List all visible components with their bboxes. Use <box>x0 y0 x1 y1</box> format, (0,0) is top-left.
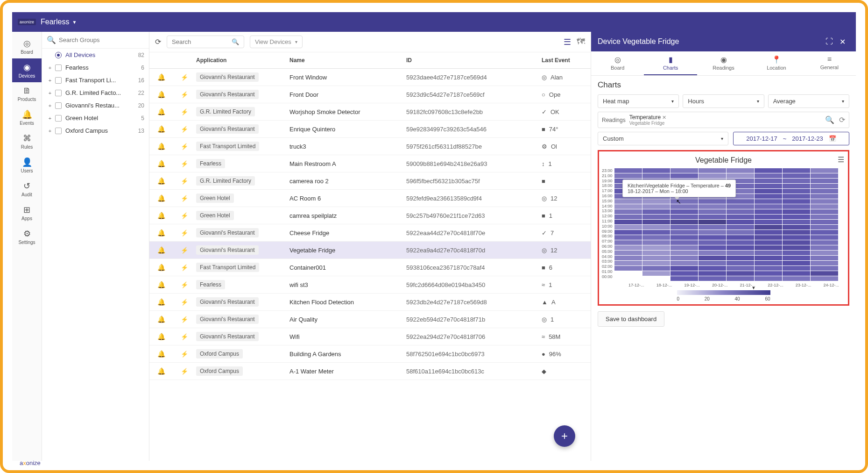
heatmap-cell[interactable] <box>670 204 698 209</box>
heatmap-cell[interactable] <box>783 230 810 235</box>
heatmap-cell[interactable] <box>727 230 754 235</box>
heatmap-cell[interactable] <box>642 215 670 219</box>
heatmap-cell[interactable] <box>699 251 726 255</box>
heatmap-cell[interactable] <box>727 225 754 229</box>
heatmap-cell[interactable] <box>783 266 810 271</box>
heatmap-cell[interactable] <box>755 215 782 219</box>
tab-charts[interactable]: ▮Charts <box>644 51 697 75</box>
table-row[interactable]: 🔔⚡Giovanni's RestaurantVegetable Fridge5… <box>149 242 591 259</box>
table-row[interactable]: 🔔⚡G.R. Limited Factorycamerea roo 2596f5… <box>149 172 591 190</box>
heatmap-cell[interactable] <box>727 251 754 255</box>
heatmap-cell[interactable] <box>727 271 754 276</box>
heatmap-cell[interactable] <box>727 199 754 204</box>
heatmap-cell[interactable] <box>811 276 838 281</box>
group-row[interactable]: +Giovanni's Restau...20 <box>42 99 149 112</box>
table-row[interactable]: 🔔⚡Giovanni's RestaurantAir Quality5922eb… <box>149 311 591 328</box>
heatmap-cell[interactable] <box>614 276 642 281</box>
heatmap-cell[interactable] <box>642 261 670 265</box>
checkbox-icon[interactable] <box>55 90 62 96</box>
heatmap-cell[interactable] <box>614 251 642 255</box>
nav-users[interactable]: 👤Users <box>12 153 42 177</box>
heatmap-cell[interactable] <box>783 251 810 255</box>
map-view-icon[interactable]: 🗺 <box>577 37 585 47</box>
heatmap-cell[interactable] <box>699 225 726 229</box>
table-row[interactable]: 🔔⚡Giovanni's RestaurantFront Door5923d9c… <box>149 86 591 103</box>
nav-devices[interactable]: ◉Devices <box>12 58 42 82</box>
heatmap-cell[interactable] <box>811 194 838 199</box>
heatmap-cell[interactable] <box>755 271 782 276</box>
nav-settings[interactable]: ⚙Settings <box>12 225 42 249</box>
table-row[interactable]: 🔔⚡Giovanni's RestaurantWifi5922ea294d27e… <box>149 328 591 345</box>
heatmap-cell[interactable] <box>614 245 642 250</box>
table-row[interactable]: 🔔⚡Green Hotelcamrea speilplatz59c257b497… <box>149 207 591 224</box>
heatmap-cell[interactable] <box>642 245 670 250</box>
heatmap-cell[interactable] <box>642 235 670 240</box>
heatmap-cell[interactable] <box>755 220 782 224</box>
heatmap-cell[interactable] <box>727 220 754 224</box>
heatmap-cell[interactable] <box>642 209 670 214</box>
heatmap-cell[interactable] <box>670 276 698 281</box>
heatmap-cell[interactable] <box>670 220 698 224</box>
heatmap-cell[interactable] <box>755 276 782 281</box>
heatmap-cell[interactable] <box>614 240 642 245</box>
table-row[interactable]: 🔔⚡Fast Transport Limitedtruck35975f261cf… <box>149 138 591 155</box>
heatmap-cell[interactable] <box>699 230 726 235</box>
heatmap-cell[interactable] <box>727 209 754 214</box>
heatmap-cell[interactable] <box>699 168 726 173</box>
heatmap-cell[interactable] <box>670 256 698 260</box>
heatmap-cell[interactable] <box>642 276 670 281</box>
table-row[interactable]: 🔔⚡G.R. Limited FactoryWorjshop Smoke Det… <box>149 103 591 121</box>
view-select[interactable]: View Devices ▾ <box>250 36 303 48</box>
heatmap-cell[interactable] <box>727 235 754 240</box>
heatmap-cell[interactable] <box>755 204 782 209</box>
heatmap-cell[interactable] <box>614 256 642 260</box>
readings-selector[interactable]: Readings Temperature ✕ Vegetable Fridge … <box>598 112 849 128</box>
checkbox-icon[interactable] <box>55 77 62 84</box>
device-search-input[interactable] <box>172 38 228 45</box>
heatmap-cell[interactable] <box>614 220 642 224</box>
heatmap-cell[interactable] <box>727 256 754 260</box>
heatmap-cell[interactable] <box>755 179 782 183</box>
table-row[interactable]: 🔔⚡Giovanni's RestaurantFront Window5923d… <box>149 69 591 86</box>
heatmap-cell[interactable] <box>783 261 810 265</box>
expand-icon[interactable]: + <box>47 78 53 83</box>
heatmap-cell[interactable] <box>755 189 782 194</box>
heatmap-cell[interactable] <box>727 261 754 265</box>
heatmap-cell[interactable] <box>699 173 726 178</box>
date-range[interactable]: 2017-12-17~2017-12-23 📅 <box>733 132 849 145</box>
chart-type-select[interactable]: Heat map▾ <box>598 94 679 108</box>
heatmap-cell[interactable] <box>670 215 698 219</box>
tab-readings[interactable]: ◉Readings <box>697 51 750 75</box>
heatmap-cell[interactable] <box>783 173 810 178</box>
heatmap-cell[interactable] <box>642 173 670 178</box>
refresh-icon[interactable]: ⟳ <box>839 115 845 124</box>
heatmap-cell[interactable] <box>755 245 782 250</box>
heatmap-cell[interactable] <box>811 220 838 224</box>
nav-rules[interactable]: ⌘Rules <box>12 129 42 153</box>
save-to-dashboard-button[interactable]: Save to dashboard <box>598 311 664 327</box>
heatmap-cell[interactable] <box>811 204 838 209</box>
heatmap-cell[interactable] <box>811 256 838 260</box>
heatmap-cell[interactable] <box>614 199 642 204</box>
heatmap-cell[interactable] <box>783 240 810 245</box>
expand-icon[interactable]: + <box>47 103 53 108</box>
heatmap-cell[interactable] <box>755 173 782 178</box>
heatmap-cell[interactable] <box>755 168 782 173</box>
table-row[interactable]: 🔔⚡Giovanni's RestaurantKitchen Flood Det… <box>149 294 591 311</box>
heatmap-cell[interactable] <box>755 251 782 255</box>
checkbox-icon[interactable] <box>55 64 62 71</box>
heatmap-cell[interactable] <box>699 220 726 224</box>
expand-icon[interactable]: + <box>47 128 53 134</box>
heatmap-cell[interactable] <box>727 173 754 178</box>
aggregation-select[interactable]: Average▾ <box>768 94 849 108</box>
heatmap-cell[interactable] <box>783 179 810 183</box>
heatmap-cell[interactable] <box>811 215 838 219</box>
table-row[interactable]: 🔔⚡Fast Transport LimitedContainer0015938… <box>149 259 591 276</box>
heatmap-cell[interactable] <box>642 168 670 173</box>
heatmap-cell[interactable] <box>783 225 810 229</box>
heatmap-cell[interactable] <box>642 240 670 245</box>
heatmap-cell[interactable] <box>642 199 670 204</box>
heatmap-cell[interactable] <box>811 209 838 214</box>
heatmap-cell[interactable] <box>783 168 810 173</box>
heatmap-cell[interactable] <box>783 235 810 240</box>
